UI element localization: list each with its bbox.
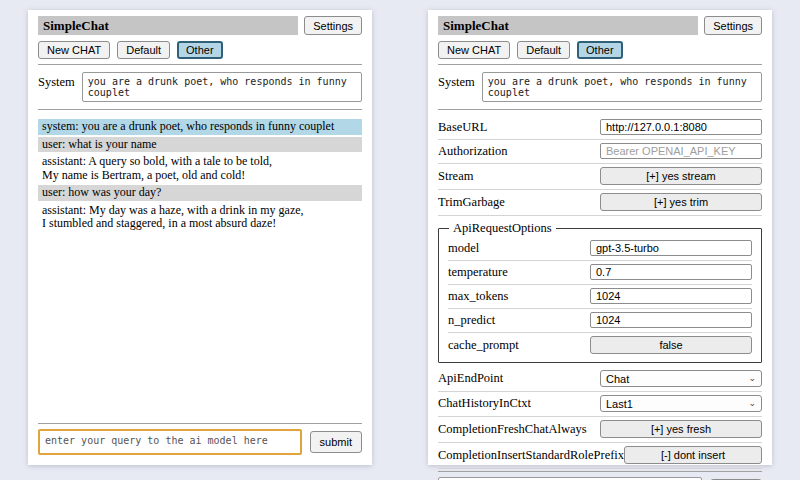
base-url-input[interactable] [600,119,762,135]
chat-message-system: system: you are a drunk poet, who respon… [38,119,362,135]
system-prompt-row: System you are a drunk poet, who respond… [38,72,362,102]
session-other-button[interactable]: Other [177,41,223,59]
divider [438,471,762,472]
settings-panel: SimpleChat Settings New CHAT Default Oth… [428,10,772,465]
setting-row-chat-history: ChatHistoryInCtxt Last1 ⌄ [438,392,762,417]
setting-row-api-endpoint: ApiEndPoint Chat ⌄ [438,367,762,392]
setting-row-n-predict: n_predict [448,309,752,333]
max-tokens-input[interactable] [590,288,752,304]
model-label: model [448,241,479,256]
api-endpoint-selected-value: Chat [606,373,629,385]
trim-garbage-toggle[interactable]: [+] yes trim [600,193,762,211]
cache-prompt-label: cache_prompt [448,338,519,353]
chat-message-user: user: how was your day? [38,185,362,201]
system-prompt-row: System you are a drunk poet, who respond… [438,72,762,102]
divider [38,64,362,65]
chat-message-list: system: you are a drunk poet, who respon… [38,119,362,421]
system-prompt-input[interactable]: you are a drunk poet, who responds in fu… [82,72,362,102]
completion-fresh-chat-toggle[interactable]: [+] yes fresh [600,420,762,438]
settings-button[interactable]: Settings [304,16,362,35]
session-row: New CHAT Default Other [38,41,362,59]
session-default-button[interactable]: Default [117,41,170,59]
model-input[interactable] [590,240,752,256]
session-row: New CHAT Default Other [438,41,762,59]
divider [38,423,362,424]
app-title: SimpleChat [38,16,298,35]
chevron-down-icon: ⌄ [748,399,756,408]
stream-label: Stream [438,169,473,184]
setting-row-model: model [448,237,752,261]
n-predict-label: n_predict [448,313,495,328]
settings-list: BaseURL Authorization Stream [+] yes str… [438,116,762,469]
setting-row-max-tokens: max_tokens [448,285,752,309]
chat-history-selected-value: Last1 [606,398,633,410]
system-label: System [438,72,475,102]
chat-history-select[interactable]: Last1 ⌄ [600,395,762,412]
divider [438,109,762,110]
base-url-label: BaseURL [438,120,487,135]
authorization-input[interactable] [600,143,762,159]
setting-row-authorization: Authorization [438,140,762,164]
stream-toggle[interactable]: [+] yes stream [600,167,762,185]
setting-row-temperature: temperature [448,261,752,285]
new-chat-button[interactable]: New CHAT [38,41,110,59]
setting-row-base-url: BaseURL [438,116,762,140]
n-predict-input[interactable] [590,312,752,328]
setting-row-trim-garbage: TrimGarbage [+] yes trim [438,190,762,216]
chat-panel: SimpleChat Settings New CHAT Default Oth… [28,10,372,465]
chat-message-assistant: assistant: My day was a haze, with a dri… [38,203,362,232]
cache-prompt-toggle[interactable]: false [590,336,752,354]
query-footer: submit [438,469,762,480]
query-input[interactable] [38,429,302,455]
settings-button[interactable]: Settings [704,16,762,35]
chevron-down-icon: ⌄ [748,374,756,383]
completion-insert-role-prefix-toggle[interactable]: [-] dont insert [624,446,762,464]
system-label: System [38,72,75,102]
setting-row-cache-prompt: cache_prompt false [448,333,752,358]
divider [38,109,362,110]
setting-row-completion-fresh-chat: CompletionFreshChatAlways [+] yes fresh [438,417,762,443]
authorization-label: Authorization [438,144,507,159]
new-chat-button[interactable]: New CHAT [438,41,510,59]
completion-fresh-chat-label: CompletionFreshChatAlways [438,422,587,437]
completion-insert-role-prefix-label: CompletionInsertStandardRolePrefix [438,448,624,463]
divider [438,64,762,65]
app-title: SimpleChat [438,16,698,35]
temperature-input[interactable] [590,264,752,280]
chat-message-user: user: what is your name [38,137,362,153]
query-footer: submit [38,421,362,455]
api-endpoint-label: ApiEndPoint [438,371,503,386]
temperature-label: temperature [448,265,508,280]
max-tokens-label: max_tokens [448,289,508,304]
api-endpoint-select[interactable]: Chat ⌄ [600,370,762,387]
setting-row-stream: Stream [+] yes stream [438,164,762,190]
api-request-options-fieldset: ApiRequestOptions model temperature max_… [438,221,762,363]
session-other-button[interactable]: Other [577,41,623,59]
chat-message-assistant: assistant: A query so bold, with a tale … [38,154,362,183]
api-request-options-legend: ApiRequestOptions [449,221,556,236]
trim-garbage-label: TrimGarbage [438,195,505,210]
setting-row-completion-insert-role-prefix: CompletionInsertStandardRolePrefix [-] d… [438,443,762,469]
session-default-button[interactable]: Default [517,41,570,59]
titlebar: SimpleChat Settings [438,16,762,35]
submit-button[interactable]: submit [310,431,362,453]
titlebar: SimpleChat Settings [38,16,362,35]
system-prompt-input[interactable]: you are a drunk poet, who responds in fu… [482,72,762,102]
chat-history-label: ChatHistoryInCtxt [438,396,531,411]
